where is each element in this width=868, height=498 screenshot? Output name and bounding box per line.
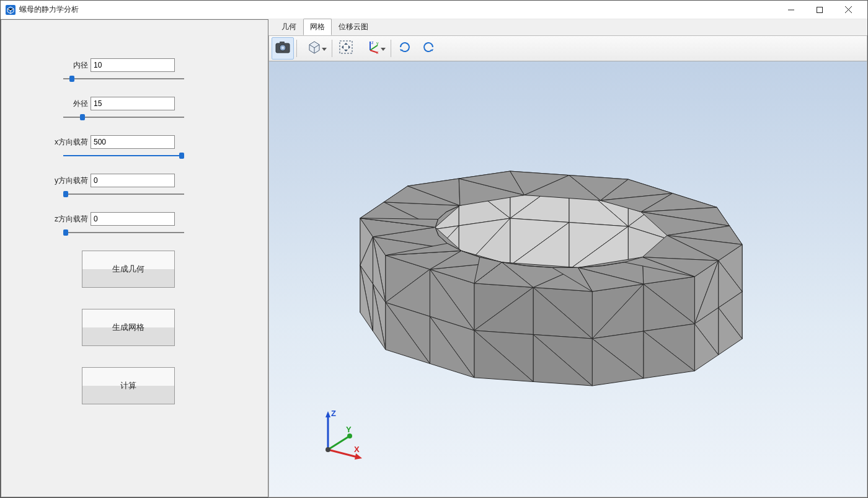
window-controls — [777, 1, 862, 19]
svg-text:y: y — [376, 41, 379, 46]
camera-icon — [275, 41, 290, 56]
compute-button[interactable]: 计算 — [82, 367, 175, 404]
rotate-cw-icon — [398, 40, 412, 56]
svg-line-22 — [328, 450, 357, 457]
inner-radius-label: 内径 — [55, 60, 88, 71]
load-z-label: z方向载荷 — [55, 214, 88, 225]
screenshot-button[interactable] — [272, 37, 294, 60]
titlebar: 螺母的静力学分析 — [1, 1, 867, 19]
display-mode-button[interactable] — [299, 37, 329, 60]
load-x-input[interactable] — [91, 135, 175, 149]
3d-viewport[interactable]: Z Y X — [268, 61, 867, 497]
outer-radius-input[interactable] — [91, 97, 175, 110]
close-button[interactable] — [834, 1, 862, 19]
load-x-slider[interactable] — [63, 151, 184, 160]
load-y-input[interactable] — [91, 174, 175, 187]
viewer-toolbar: z y x — [268, 35, 867, 61]
outer-radius-label: 外径 — [55, 99, 88, 109]
view-tabs: 几何 网格 位移云图 — [268, 19, 867, 35]
load-y-label: y方向载荷 — [55, 176, 88, 186]
rotate-ccw-button[interactable] — [417, 37, 440, 60]
svg-line-12 — [370, 45, 378, 50]
load-z-slider[interactable] — [63, 228, 184, 237]
axes-triad-button[interactable]: z y x — [358, 37, 388, 60]
tab-geometry[interactable]: 几何 — [275, 19, 303, 35]
outer-radius-slider[interactable] — [63, 113, 184, 122]
inner-radius-input[interactable] — [91, 58, 175, 72]
svg-rect-2 — [817, 7, 823, 12]
rotate-cw-button[interactable] — [394, 37, 416, 60]
chevron-down-icon — [381, 48, 386, 51]
orientation-triad: Z Y X — [312, 407, 368, 466]
rotate-ccw-icon — [422, 40, 435, 56]
maximize-button[interactable] — [805, 1, 834, 19]
tab-mesh[interactable]: 网格 — [303, 19, 332, 35]
generate-geometry-button[interactable]: 生成几何 — [82, 251, 175, 288]
generate-mesh-button[interactable]: 生成网格 — [82, 309, 175, 346]
svg-point-8 — [281, 47, 284, 49]
svg-line-19 — [328, 436, 350, 450]
parameters-panel: 内径 外径 x方向载荷 y方向载荷 z方向载荷 — [1, 19, 268, 497]
window-title: 螺母的静力学分析 — [19, 4, 777, 15]
svg-text:z: z — [371, 40, 374, 45]
fit-icon — [339, 40, 353, 56]
minimize-button[interactable] — [777, 1, 805, 19]
svg-point-25 — [326, 447, 330, 452]
svg-text:Z: Z — [331, 409, 336, 418]
svg-marker-17 — [326, 411, 330, 417]
fit-view-button[interactable] — [335, 37, 357, 60]
svg-text:Y: Y — [346, 425, 352, 434]
svg-text:X: X — [354, 445, 360, 454]
cube-icon — [307, 40, 322, 57]
svg-point-20 — [347, 434, 352, 438]
load-x-label: x方向载荷 — [55, 137, 88, 148]
inner-radius-slider[interactable] — [63, 74, 184, 83]
load-z-input[interactable] — [91, 212, 175, 226]
svg-text:x: x — [376, 50, 379, 54]
chevron-down-icon — [322, 48, 327, 51]
svg-marker-23 — [355, 453, 362, 460]
tab-displacement[interactable]: 位移云图 — [332, 19, 375, 35]
load-y-slider[interactable] — [63, 190, 184, 198]
svg-rect-6 — [280, 42, 285, 44]
app-icon — [6, 5, 16, 15]
axes-icon: z y x — [366, 40, 380, 56]
